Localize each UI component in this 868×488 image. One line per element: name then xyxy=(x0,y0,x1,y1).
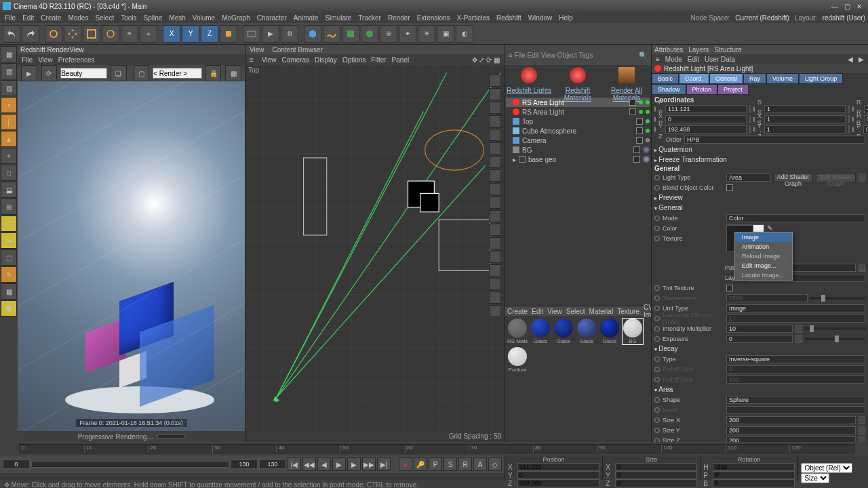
menu-spline[interactable]: Spline xyxy=(142,14,165,22)
viewport-solo[interactable]: □ xyxy=(1,165,17,181)
obj-rs-area-light-2[interactable]: RS Area Light xyxy=(506,107,650,117)
exposure-field[interactable] xyxy=(726,335,793,343)
obj-cube-atmosphere[interactable]: Cube Atmosphere xyxy=(506,126,650,136)
key-param-button[interactable]: A xyxy=(473,458,487,471)
vp-rtool-11[interactable] xyxy=(489,210,501,222)
sec-area[interactable]: Area xyxy=(654,384,865,394)
mat-menu-texture[interactable]: Texture xyxy=(617,308,639,315)
sec-decay[interactable]: Decay xyxy=(654,344,865,354)
sz-field[interactable] xyxy=(764,125,846,134)
key-pos-button[interactable]: P xyxy=(429,458,442,471)
rv-loop-button[interactable]: ⟳ xyxy=(41,65,58,81)
attr-tab-lightgroup[interactable]: Light Group xyxy=(799,73,843,84)
rs-link-lights[interactable]: Redshift Lights xyxy=(505,85,553,96)
rs-render-icon[interactable] xyxy=(618,67,635,83)
vp-rtool-9[interactable] xyxy=(489,183,501,195)
environment-button[interactable]: ◐ xyxy=(456,25,473,43)
vp-rtool-8[interactable] xyxy=(489,169,501,182)
rv-grid-button[interactable]: ▦ xyxy=(225,65,241,81)
menu-tracker[interactable]: Tracker xyxy=(356,14,383,22)
select-tool[interactable] xyxy=(45,25,62,43)
sec-freeze[interactable]: Freeze Transformation xyxy=(654,155,865,165)
obj-base-geo[interactable]: ▸ base geo xyxy=(506,155,650,164)
menu-help[interactable]: Help xyxy=(557,14,575,22)
tint-check[interactable] xyxy=(726,285,733,291)
menu-window[interactable]: Window xyxy=(526,14,555,22)
vp-rtool-17[interactable] xyxy=(489,291,501,304)
attr-tab-general[interactable]: General xyxy=(709,73,743,84)
material-podium[interactable]: Podium xyxy=(507,347,528,373)
magnet-tool[interactable]: ⬢ xyxy=(1,300,17,317)
edge-mode[interactable]: │ xyxy=(1,114,17,130)
attr-nav-back[interactable]: ◀ xyxy=(848,56,853,63)
rv-menu-file[interactable]: File xyxy=(22,56,33,64)
rb-field[interactable] xyxy=(863,125,868,134)
vp-rtool-10[interactable] xyxy=(489,197,501,209)
rotate-tool[interactable] xyxy=(102,25,119,43)
menu-create[interactable]: Create xyxy=(39,14,63,22)
obj-camera[interactable]: Camera xyxy=(506,136,650,145)
vp-rtool-3[interactable] xyxy=(489,102,501,114)
workplane-toggle[interactable]: ⊞ xyxy=(1,199,17,215)
sec-preview[interactable]: Preview xyxy=(654,192,865,203)
menu-edit[interactable]: Edit xyxy=(20,14,36,22)
soft-select[interactable]: ◯ xyxy=(1,216,17,232)
menu-modes[interactable]: Modes xyxy=(66,14,90,22)
menu-redshift[interactable]: Redshift xyxy=(494,14,524,22)
attr-tab-project[interactable]: Project xyxy=(717,84,749,95)
path-browse[interactable]: … xyxy=(859,264,865,272)
edit-shader-button[interactable]: Edit Shader Graph xyxy=(816,173,856,182)
frame-end2-field[interactable] xyxy=(259,460,286,469)
attr-tab-ray[interactable]: Ray xyxy=(743,73,766,84)
uv-tool[interactable]: ▦ xyxy=(1,283,17,300)
rs-light-icon[interactable] xyxy=(521,67,537,83)
next-frame-button[interactable]: ▶ xyxy=(347,458,361,471)
mat-menu-create[interactable]: Create xyxy=(507,308,528,315)
menu-mograph[interactable]: MoGraph xyxy=(220,14,252,22)
render-image-button[interactable] xyxy=(243,25,260,43)
rs-material-icon[interactable] xyxy=(570,67,586,83)
menu-extensions[interactable]: Extensions xyxy=(415,14,452,22)
make-editable-button[interactable]: ▦ xyxy=(1,46,17,62)
mograph-button[interactable]: ✦ xyxy=(399,25,416,43)
redo-button[interactable] xyxy=(22,25,39,43)
attr-tab-coord[interactable]: Coord. xyxy=(679,73,709,84)
color-picker-icon[interactable]: ✎ xyxy=(767,224,772,232)
foot-rh[interactable] xyxy=(713,463,795,471)
vp-menu-cameras[interactable]: Cameras xyxy=(282,56,310,64)
menu-render[interactable]: Render xyxy=(386,14,412,22)
material-rs mate[interactable]: RS Mate xyxy=(507,319,528,344)
mat-menu-select[interactable]: Select xyxy=(566,308,585,315)
rp-field[interactable] xyxy=(864,115,868,123)
obj-search-icon[interactable]: 🔍 xyxy=(639,52,647,59)
foot-rel-select[interactable]: Object (Rel) xyxy=(801,463,852,473)
sx-field[interactable] xyxy=(764,105,846,113)
model-mode[interactable]: ▧ xyxy=(1,63,17,79)
attr-nav-fwd[interactable]: ▶ xyxy=(859,56,864,63)
rh-field[interactable] xyxy=(864,105,868,113)
menu-file[interactable]: File xyxy=(3,14,18,22)
foot-size-select[interactable]: Size xyxy=(801,473,829,483)
prev-key-button[interactable]: ◀◀ xyxy=(302,458,316,471)
light-type-select[interactable]: Area xyxy=(726,174,770,182)
ctx-edit[interactable]: Edit Image... xyxy=(735,261,792,270)
move-tool[interactable] xyxy=(64,25,81,43)
key-scale-button[interactable]: S xyxy=(443,458,457,471)
vp-rtool-1[interactable] xyxy=(489,75,501,87)
min-button[interactable]: — xyxy=(829,3,841,10)
vp-rtool-13[interactable] xyxy=(489,237,501,249)
rv-render-button[interactable]: ▶ xyxy=(21,65,37,81)
unit-select[interactable]: Image xyxy=(726,304,865,312)
attr-tab-shadow[interactable]: Shadow xyxy=(652,84,686,95)
close-button[interactable]: ✕ xyxy=(853,3,865,10)
rv-aov-select[interactable]: Beauty xyxy=(60,68,107,79)
poly-mode[interactable]: ▲ xyxy=(1,131,17,147)
material-bg[interactable]: BG xyxy=(623,319,643,344)
menu-volume[interactable]: Volume xyxy=(191,14,217,22)
rv-crop-button[interactable]: ▢ xyxy=(134,65,150,81)
px-field[interactable] xyxy=(665,105,747,113)
material-glass[interactable]: Glass xyxy=(576,319,597,344)
vp-rtool-6[interactable] xyxy=(489,142,501,155)
order-select[interactable]: HPB xyxy=(684,136,865,144)
spline-button[interactable] xyxy=(323,25,340,43)
